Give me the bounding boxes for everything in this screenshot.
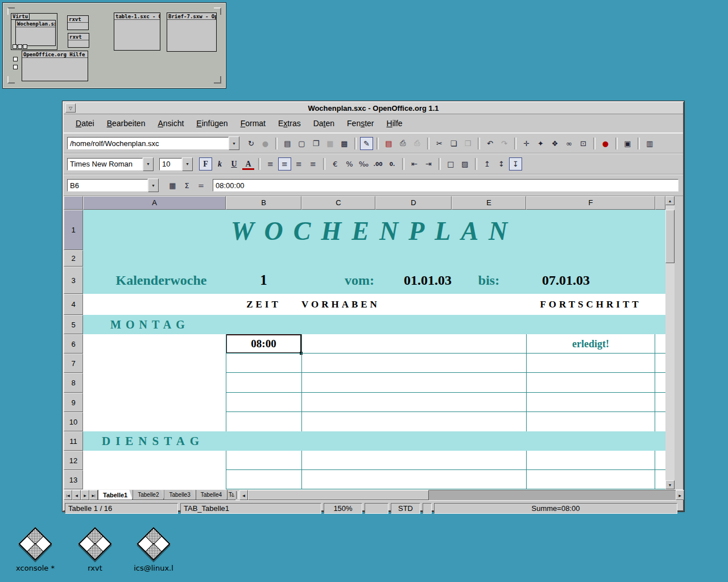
desktop-icon-ics-linux[interactable]: ics@linux.l bbox=[126, 529, 181, 572]
sheet-tab-tabelle3[interactable]: Tabelle3 bbox=[164, 490, 195, 500]
row-header-1[interactable]: 1 bbox=[64, 210, 83, 250]
formula-input[interactable]: 08:00:00 bbox=[213, 179, 679, 192]
sheet-tab-tabelle2[interactable]: Tabelle2 bbox=[133, 490, 164, 500]
edit-file-icon[interactable]: ✎ bbox=[360, 137, 373, 150]
hscroll-right-button[interactable]: ▶ bbox=[676, 490, 684, 500]
sheet-tab-tabelle4[interactable]: Tabelle4 bbox=[196, 490, 227, 500]
url-input[interactable]: /home/rolf/Wochenplan.sxc bbox=[67, 137, 229, 149]
row-header-11[interactable]: 11 bbox=[64, 431, 83, 451]
row-header-6[interactable]: 6 bbox=[64, 334, 83, 354]
hyperlink-icon[interactable]: ∞ bbox=[562, 137, 576, 150]
row-header-10[interactable]: 10 bbox=[64, 412, 83, 431]
pager-iconified-window[interactable] bbox=[13, 65, 18, 69]
pager-window-brief-7[interactable]: Brief-7.sxw - Ope bbox=[167, 13, 217, 52]
open-icon[interactable]: ❐ bbox=[309, 137, 322, 150]
column-header-d[interactable]: D bbox=[375, 196, 452, 210]
cell-title[interactable]: WOCHENPLAN bbox=[83, 210, 665, 250]
percent-format-button[interactable]: % bbox=[343, 157, 356, 171]
column-header-b[interactable]: B bbox=[226, 196, 301, 210]
paste-icon[interactable]: ❒ bbox=[461, 137, 474, 150]
vertical-scrollbar-thumb[interactable] bbox=[665, 210, 675, 263]
underline-button[interactable]: U bbox=[228, 157, 241, 171]
cell-vom-label[interactable]: vom: bbox=[301, 267, 374, 294]
pager-iconified-window[interactable] bbox=[13, 57, 18, 61]
vertical-scrollbar[interactable]: ▲ ▼ bbox=[665, 196, 675, 489]
pager-mini-icon[interactable] bbox=[23, 44, 27, 49]
virtual-desktop-pager[interactable]: Virtu Wochenplan.sx: rxvt rxvt table-1.s… bbox=[2, 2, 226, 89]
hscroll-left-button[interactable]: ◀ bbox=[239, 490, 248, 500]
desktop-icon-xconsole[interactable]: xconsole * bbox=[8, 529, 63, 572]
navigator-icon[interactable]: ✛ bbox=[520, 137, 533, 150]
pager-window-table-1[interactable]: table-1.sxc - Op bbox=[114, 13, 160, 51]
cell-kalenderwoche-value[interactable]: 1 bbox=[226, 267, 301, 294]
currency-format-button[interactable]: € bbox=[329, 157, 342, 171]
menu-ansicht[interactable]: Ansicht bbox=[151, 117, 190, 130]
cell-montag[interactable]: MONTAG bbox=[110, 315, 189, 334]
page-preview-icon[interactable]: ⎙ bbox=[411, 137, 424, 150]
horizontal-scrollbar-track[interactable] bbox=[429, 490, 676, 500]
function-icon[interactable]: = bbox=[195, 179, 208, 192]
clipboard-icon[interactable]: ▥ bbox=[643, 137, 656, 150]
new-from-template-icon[interactable]: ▢ bbox=[295, 137, 308, 150]
stylist-icon[interactable]: ✦ bbox=[534, 137, 547, 150]
font-color-button[interactable]: A bbox=[242, 157, 255, 171]
menu-fenster[interactable]: Fenster bbox=[341, 117, 380, 130]
cell-erledigt[interactable]: erledigt! bbox=[526, 334, 655, 354]
cell-dienstag[interactable]: DIENSTAG bbox=[102, 431, 204, 451]
align-right-button[interactable]: ≡ bbox=[292, 157, 305, 171]
first-sheet-button[interactable]: |◀ bbox=[64, 490, 72, 500]
menu-einfgen[interactable]: Einfügen bbox=[190, 117, 234, 130]
prev-sheet-button[interactable]: ◀ bbox=[72, 490, 81, 500]
cell-kalenderwoche-label[interactable]: Kalenderwoche bbox=[94, 267, 228, 294]
row-header-2[interactable]: 2 bbox=[64, 250, 83, 267]
next-sheet-button[interactable]: ▶ bbox=[81, 490, 89, 500]
sum-icon[interactable]: Σ bbox=[180, 179, 193, 192]
pager-mini-icon[interactable] bbox=[18, 44, 22, 49]
scroll-down-button[interactable]: ▼ bbox=[665, 480, 675, 489]
scroll-up-button[interactable]: ▲ bbox=[665, 196, 675, 205]
borders-button[interactable]: □ bbox=[444, 157, 457, 171]
tab-splitter[interactable] bbox=[236, 491, 239, 499]
cell-fortschritt-header[interactable]: FORTSCHRITT bbox=[526, 294, 655, 315]
undo-icon[interactable]: ↶ bbox=[483, 137, 497, 150]
pager-mini-icon[interactable] bbox=[13, 44, 17, 49]
font-name-select[interactable]: Times New Roman bbox=[67, 158, 143, 171]
cut-icon[interactable]: ✂ bbox=[433, 137, 446, 150]
menu-format[interactable]: Format bbox=[234, 117, 272, 130]
row-header-4[interactable]: 4 bbox=[64, 294, 83, 315]
desktop-icon-rxvt[interactable]: rxvt bbox=[68, 529, 122, 572]
cell-vom-date[interactable]: 01.01.03 bbox=[375, 267, 452, 294]
cell-reference-box[interactable]: B6 bbox=[67, 179, 148, 192]
pager-desktop-outline[interactable]: Virtu Wochenplan.sx: bbox=[11, 13, 57, 50]
decrease-indent-button[interactable]: ⇤ bbox=[408, 157, 421, 171]
pager-window-help[interactable]: OpenOffice.org Hilfe - bbox=[22, 51, 88, 81]
cell-vorhaben-header[interactable]: VORHABEN bbox=[301, 294, 380, 315]
align-vcenter-button[interactable]: ↕ bbox=[495, 157, 508, 171]
titlebar[interactable]: ▽ Wochenplan.sxc - OpenOffice.org 1.1 bbox=[64, 102, 683, 114]
menu-extras[interactable]: Extras bbox=[272, 117, 307, 130]
url-dropdown-button[interactable]: ▼ bbox=[229, 136, 239, 150]
align-top-button[interactable]: ↥ bbox=[481, 157, 494, 171]
row-header-7[interactable]: 7 bbox=[64, 354, 83, 373]
background-color-button[interactable]: ▨ bbox=[458, 157, 471, 171]
cell-reference-dropdown-button[interactable]: ▼ bbox=[148, 178, 159, 192]
pager-window-rxvt-2[interactable]: rxvt bbox=[68, 33, 89, 48]
gallery-icon[interactable]: ❖ bbox=[548, 137, 561, 150]
align-justify-button[interactable]: ≡ bbox=[307, 157, 320, 171]
grid-body[interactable]: WOCHENPLAN Kalenderwoche 1 vom: 01.01.03… bbox=[83, 210, 665, 489]
selected-cell-b6[interactable]: 08:00 bbox=[226, 334, 301, 354]
column-header-f[interactable]: F bbox=[526, 196, 655, 210]
copy-icon[interactable]: ❏ bbox=[447, 137, 460, 150]
font-size-select[interactable]: 10 bbox=[159, 158, 182, 171]
font-name-dropdown-button[interactable]: ▼ bbox=[143, 157, 154, 171]
row-header-5[interactable]: 5 bbox=[64, 315, 83, 334]
last-sheet-button[interactable]: ▶| bbox=[89, 490, 98, 500]
align-left-button[interactable]: ≡ bbox=[264, 157, 277, 171]
pager-window-wochenplan[interactable]: Wochenplan.sx: bbox=[15, 20, 56, 46]
row-header-3[interactable]: 3 bbox=[64, 267, 83, 294]
increase-indent-button[interactable]: ⇥ bbox=[422, 157, 435, 171]
row-header-9[interactable]: 9 bbox=[64, 393, 83, 412]
record-macro-icon[interactable]: ● bbox=[599, 137, 612, 150]
column-header-c[interactable]: C bbox=[301, 196, 375, 210]
align-center-button[interactable]: ≡ bbox=[278, 157, 291, 171]
